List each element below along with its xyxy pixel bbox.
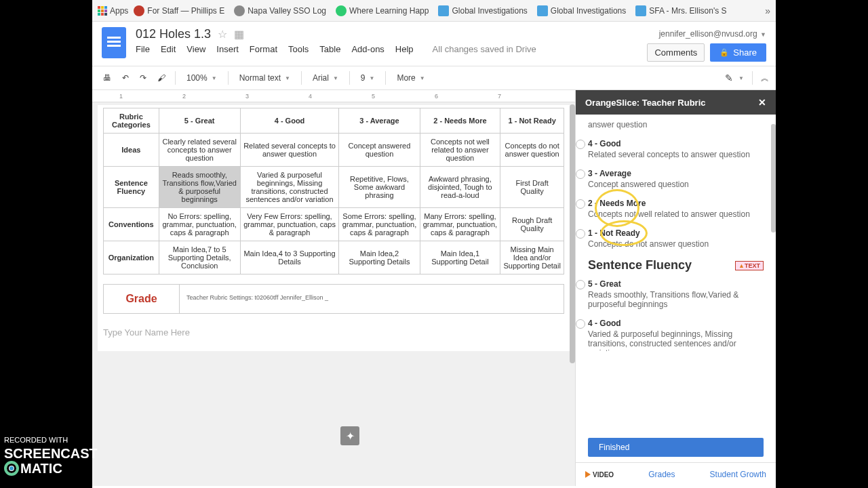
doc-header: 012 Holes 1.3 ☆ ▦ File Edit View Insert … [92,22,776,62]
favicon [635,5,646,16]
bookmark-item[interactable]: Napa Valley SSO Log [234,5,326,16]
row-organization: Organization [104,241,159,274]
explore-button[interactable]: ✦ [340,426,359,445]
comments-button[interactable]: Comments [647,43,705,62]
menu-help[interactable]: Help [395,44,414,54]
option-2-needs-more[interactable]: 2 - Needs More Concepts not well related… [588,199,764,219]
favicon [438,5,449,16]
text-badge: ▲TEXT [735,261,764,270]
collapse-icon[interactable]: ︽ [761,73,769,84]
radio-icon[interactable] [576,229,585,239]
sidebar-body[interactable]: answer question 4 - Good Related several… [576,115,776,432]
menu-addons[interactable]: Add-ons [351,44,384,54]
folder-icon[interactable]: ▦ [234,28,244,41]
user-dropdown-icon[interactable]: ▼ [760,31,766,38]
radio-icon[interactable] [576,280,585,289]
omatic-logo-icon [4,461,19,476]
menu-bar: File Edit View Insert Format Tools Table… [136,44,647,54]
col-4: 4 - Good [240,108,339,134]
section-sentence-fluency: Sentence Fluency ▲TEXT [588,258,764,272]
sidebar-footer: VIDEO Grades Student Growth [576,462,776,486]
favicon [234,5,245,16]
menu-insert[interactable]: Insert [216,44,239,54]
menu-table[interactable]: Table [319,44,340,54]
redo-icon[interactable]: ↷ [136,70,151,85]
menu-tools[interactable]: Tools [288,44,309,54]
favicon [537,5,548,16]
col-5: 5 - Great [159,108,240,134]
document-canvas[interactable]: 1234567 Rubric Categories 5 - Great 4 - … [92,90,575,486]
radio-icon[interactable] [576,169,585,179]
option-sf-5[interactable]: 5 - Great Reads smoothly, Transitions fl… [588,279,764,309]
col-2: 2 - Needs More [420,108,500,134]
col-3: 3 - Average [339,108,420,134]
favicon [336,5,347,16]
ruler: 1234567 [92,90,575,102]
favicon [134,5,144,16]
undo-icon[interactable]: ↶ [118,70,133,85]
print-icon[interactable]: 🖶 [99,70,115,85]
play-icon [585,471,591,478]
paint-format-icon[interactable]: 🖌 [153,70,170,85]
bookmark-item[interactable]: Global Investigations [537,5,626,16]
apps-button[interactable]: Apps [98,6,128,16]
size-select[interactable]: 9▼ [355,70,380,85]
bookmark-item[interactable]: Global Investigations [438,5,527,16]
user-email[interactable]: jennifer_ellison@nvusd.org [659,29,757,39]
toolbar: 🖶 ↶ ↷ 🖌 100%▼ Normal text▼ Arial▼ 9▼ Mor… [92,66,776,90]
grade-row: Grade Teacher Rubric Settings: t02060tff… [103,284,564,314]
highlight-annotation [595,189,639,227]
close-icon[interactable]: ✕ [758,97,766,108]
table-header-row: Rubric Categories 5 - Great 4 - Good 3 -… [104,108,564,134]
selected-cell[interactable]: Reads smoothly, Transitions flow,Varied … [159,167,240,208]
menu-edit[interactable]: Edit [161,44,176,54]
name-placeholder[interactable]: Type Your Name Here [103,327,564,338]
docs-logo-icon[interactable] [102,27,126,58]
radio-icon[interactable] [576,140,585,149]
bookmark-item[interactable]: SFA - Mrs. Ellison's S [635,5,726,16]
student-growth-link[interactable]: Student Growth [710,470,766,479]
grades-link[interactable]: Grades [648,470,675,479]
finished-button[interactable]: Finished [588,438,764,457]
menu-view[interactable]: View [186,44,205,54]
bookmarks-bar: Apps For Staff — Phillips E Napa Valley … [92,0,776,22]
more-button[interactable]: More▼ [391,70,430,85]
menu-format[interactable]: Format [250,44,277,54]
screencast-watermark: RECORDED WITH SCREENCAST MATIC [4,435,98,477]
sidebar-header: OrangeSlice: Teacher Rubric ✕ [576,90,776,115]
doc-title[interactable]: 012 Holes 1.3 [136,27,211,41]
rubric-table: Rubric Categories 5 - Great 4 - Good 3 -… [103,108,564,274]
bookmark-overflow[interactable]: » [765,5,770,16]
apps-label: Apps [110,6,128,16]
grade-settings[interactable]: Teacher Rubric Settings: t02060tff Jenni… [180,285,564,313]
option-3-average[interactable]: 3 - Average Concept answered question [588,169,764,189]
zoom-select[interactable]: 100%▼ [181,70,222,85]
menu-file[interactable]: File [136,44,150,54]
option-sf-4[interactable]: 4 - Good Varied & purposeful beginnings,… [588,319,764,351]
share-button[interactable]: 🔒Share [710,43,766,62]
bookmark-item[interactable]: Where Learning Happ [336,5,429,16]
radio-icon[interactable] [576,319,585,329]
bookmark-item[interactable]: For Staff — Phillips E [134,5,224,16]
table-row: Ideas Clearly related several concepts t… [104,134,564,167]
option-1-not-ready[interactable]: 1 - Not Ready Concepts do not answer que… [588,228,764,249]
option-4-good[interactable]: 4 - Good Related several concepts to ans… [588,139,764,159]
row-ideas: Ideas [104,134,159,167]
col-1: 1 - Not Ready [500,108,564,134]
radio-icon[interactable] [576,199,585,209]
editing-mode-icon[interactable]: ✎ [725,73,733,83]
vertical-scrollbar[interactable] [570,104,575,474]
style-select[interactable]: Normal text▼ [234,70,296,85]
save-status: All changes saved in Drive [433,44,536,54]
font-select[interactable]: Arial▼ [307,70,344,85]
lock-icon: 🔒 [719,48,729,57]
table-row: Organization Main Idea,7 to 5 Supporting… [104,241,564,274]
table-row: Conventions No Errors: spelling, grammar… [104,208,564,241]
col-categories: Rubric Categories [104,108,159,134]
star-icon[interactable]: ☆ [218,28,227,41]
sidebar-scrollbar[interactable] [771,115,776,432]
video-link[interactable]: VIDEO [585,471,614,479]
row-sentence-fluency: Sentence Fluency [104,167,159,208]
apps-icon [98,6,107,16]
partial-text: answer question [588,120,764,129]
